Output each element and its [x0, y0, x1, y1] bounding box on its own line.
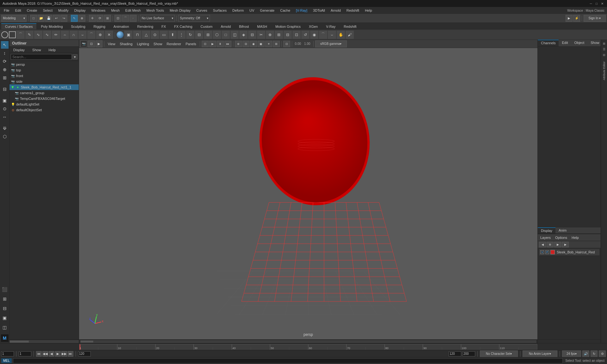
layers-menu[interactable]: Layers [539, 236, 552, 240]
tab-channels[interactable]: Channels [538, 40, 559, 46]
tab-display[interactable]: Display [538, 228, 555, 234]
revolve-btn[interactable]: ↻ [186, 31, 194, 39]
detach-btn[interactable]: ⊟ [284, 31, 292, 39]
no-live-surface-btn[interactable]: No Live Surface▾ [140, 15, 175, 22]
no-character-set-btn[interactable]: No Character Set▾ [480, 350, 518, 357]
curve-ep-btn[interactable]: ∿ [34, 31, 42, 39]
curve-blend-btn[interactable]: ⌣ [78, 31, 87, 39]
playback-end-input[interactable] [78, 351, 91, 356]
redo-btn[interactable]: ↪ [60, 15, 67, 22]
tree-item-front[interactable]: 📷 front [9, 73, 79, 79]
bottom-tool-2[interactable]: ⊞ [0, 294, 9, 303]
no-anim-layer-btn[interactable]: No Anim Layer▾ [523, 350, 557, 357]
sphere-btn[interactable] [117, 31, 124, 38]
outliner-tree[interactable]: 📷 persp 📷 top 📷 front 📷 side ▼ ✦ [9, 61, 79, 339]
outliner-search-input[interactable] [11, 54, 72, 60]
layer-icon-4[interactable]: ▶ [562, 242, 569, 247]
torus-btn[interactable]: ⊙ [151, 31, 159, 39]
right-icon-1[interactable]: ⊞ [602, 41, 607, 46]
current-frame-input[interactable] [1, 351, 14, 356]
vp-shadow-btn[interactable]: ⊞ [273, 41, 280, 47]
menu-uv[interactable]: UV [247, 8, 257, 13]
curve-3pt-btn[interactable]: ⌢ [61, 31, 69, 39]
tree-item-camera1-group[interactable]: 📷 camera1_group [9, 90, 79, 96]
help-layers-menu[interactable]: Help [570, 236, 580, 240]
curve-append-btn[interactable]: ⊕ [96, 31, 104, 39]
select-tool-btn[interactable]: ↖ [71, 15, 78, 22]
soft-select-btn[interactable]: ▣ [1, 97, 9, 104]
cube-btn[interactable]: ▣ [124, 31, 132, 39]
menu-surfaces[interactable]: Surfaces [211, 8, 229, 13]
play-btn[interactable]: ▶ [55, 351, 61, 357]
tab-fx-caching[interactable]: FX Caching [170, 23, 196, 29]
outliner-show[interactable]: Show [30, 47, 44, 52]
curve-pencil-btn[interactable]: ✏ [52, 31, 60, 39]
transform-btn[interactable]: ↕ [1, 49, 9, 57]
range-end-input[interactable] [463, 351, 475, 356]
curve-bezier-btn[interactable]: ∿ [43, 31, 51, 39]
bottom-tool-3[interactable]: ⊟ [0, 304, 9, 313]
vp-playblast-btn[interactable]: ▶ [95, 40, 102, 47]
tree-item-sleek-bob[interactable]: ▼ ✦ Sleek_Bob_Haircut_Red_nct1_1 [9, 84, 79, 90]
mel-input[interactable] [13, 358, 563, 363]
boundary-btn[interactable]: ⬡ [213, 31, 221, 39]
menu-select[interactable]: Select [40, 8, 55, 13]
tab-object[interactable]: Object [571, 40, 587, 46]
menu-help[interactable]: Help [362, 8, 375, 13]
render-btn[interactable]: ▶ [566, 15, 573, 22]
bevel-btn[interactable]: ◈ [239, 31, 248, 39]
tab-mash[interactable]: MASH [253, 23, 271, 29]
vp-camera-btn[interactable]: 📷 [80, 40, 87, 47]
bottom-tool-5[interactable]: ◫ [0, 323, 9, 332]
project-btn[interactable]: ⊟ [248, 31, 256, 39]
extrude-btn[interactable]: ⬆ [169, 31, 177, 39]
show-manipulator-btn[interactable]: ⊟ [1, 85, 9, 93]
outliner-scrollbar-track[interactable] [9, 340, 79, 343]
trim-btn[interactable]: ✂ [257, 31, 265, 39]
rotate-mode-btn[interactable]: ⟳ [1, 58, 9, 65]
menu-deform[interactable]: Deform [230, 8, 246, 13]
right-icon-2[interactable]: ☰ [602, 47, 607, 52]
menu-display[interactable]: Display [72, 8, 88, 13]
surface-fillet-btn[interactable]: ⌒ [319, 31, 327, 39]
fps-btn[interactable]: 24 fps▾ [562, 350, 581, 357]
square-btn[interactable]: □ [222, 31, 230, 39]
attr-editor-vertical[interactable]: Attribute Editor [602, 58, 607, 83]
close-btn[interactable]: ✕ [600, 1, 604, 6]
vp-gamma-dropdown[interactable]: sRGB gamma ▾ [315, 40, 347, 47]
tree-item-persp[interactable]: 📷 persp [9, 62, 79, 67]
sign-in-btn[interactable]: Sign In ▾ [584, 15, 606, 22]
mel-label[interactable]: MEL [1, 358, 12, 363]
vp-shading-btn[interactable]: Shading [118, 41, 134, 46]
vp-wireframe-btn[interactable]: ⊟ [242, 41, 249, 47]
menu-cache[interactable]: Cache [278, 8, 293, 13]
vp-smooth-btn[interactable]: ◉ [250, 41, 257, 47]
snap-live-btn[interactable]: ⟱ [1, 124, 9, 132]
vp-frame-btn[interactable]: ⊡ [88, 40, 95, 47]
menu-modify[interactable]: Modify [56, 8, 71, 13]
stitch-btn[interactable]: ⊕ [266, 31, 274, 39]
menu-curves[interactable]: Curves [194, 8, 210, 13]
tab-curves-surfaces[interactable]: Curves / Surfaces [1, 23, 36, 29]
menu-vray[interactable]: [V-Ray] [293, 8, 310, 13]
vp-panels-btn[interactable]: Panels [184, 41, 198, 46]
tree-item-default-object-set[interactable]: ⊙ defaultObjectSet [9, 107, 79, 113]
lasso-btn[interactable]: ⊕ [78, 15, 85, 22]
menu-edit-mesh[interactable]: Edit Mesh [123, 8, 143, 13]
vp-ctrl-3[interactable]: ⏸ [217, 41, 224, 47]
step-back-btn[interactable]: ◀◀ [42, 351, 48, 357]
sculpt-btn[interactable]: ✋ [337, 31, 345, 39]
menu-generate[interactable]: Generate [257, 8, 277, 13]
paint-select-btn[interactable]: ↔ [1, 113, 9, 121]
go-to-start-btn[interactable]: ⏮ [36, 351, 42, 357]
sound-btn[interactable]: 🔊 [582, 350, 589, 357]
birail-btn[interactable]: ⊞ [204, 31, 212, 39]
vp-ctrl-2[interactable]: ▶ [209, 41, 216, 47]
go-to-end-btn[interactable]: ⏭ [68, 351, 73, 357]
paint-btn[interactable]: 🖌 [346, 31, 354, 39]
vp-renderer-btn[interactable]: Renderer [165, 41, 183, 46]
search-options-btn[interactable]: ▾ [72, 54, 77, 59]
tab-rendering[interactable]: Rendering [133, 23, 157, 29]
menu-create[interactable]: Create [24, 8, 40, 13]
vp-display-ctrl[interactable]: ⊕ [235, 41, 242, 47]
